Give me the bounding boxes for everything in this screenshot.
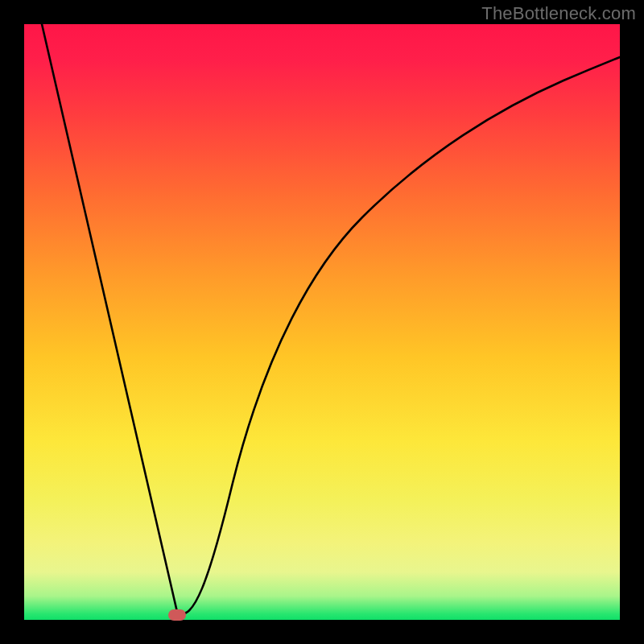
curve-path	[42, 24, 620, 613]
bottleneck-curve	[24, 24, 620, 620]
curve-min-marker	[168, 609, 186, 621]
watermark-text: TheBottleneck.com	[481, 3, 636, 24]
chart-frame: TheBottleneck.com	[0, 0, 644, 644]
